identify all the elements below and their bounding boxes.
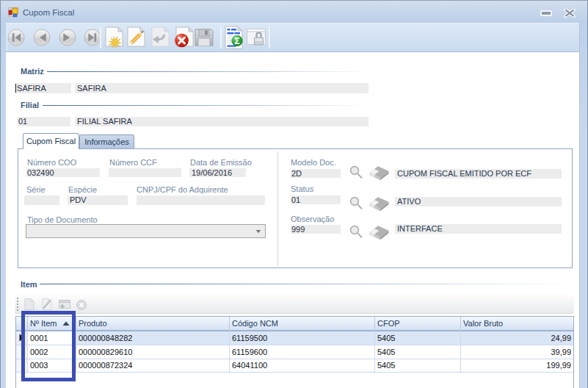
svg-text:Σ: Σ: [234, 36, 240, 46]
